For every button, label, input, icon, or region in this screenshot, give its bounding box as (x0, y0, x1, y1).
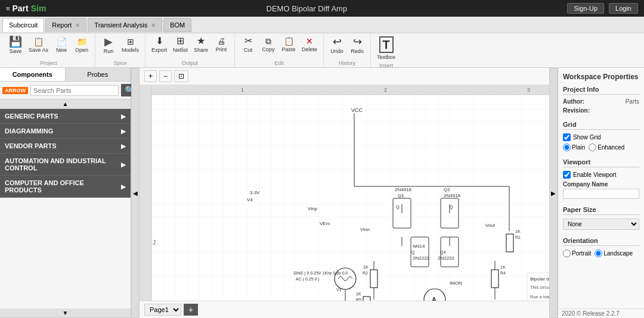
delete-icon: ✕ (306, 37, 313, 45)
svg-text:2N4918: 2N4918 (444, 193, 461, 198)
paper-size-section: Paper Size None A4 A3 Letter (563, 206, 639, 230)
textbox-button[interactable]: T Textbox (374, 35, 398, 61)
category-generic[interactable]: GENERIC PARTS ▶ (0, 109, 131, 124)
company-name-input[interactable] (563, 189, 639, 199)
portrait-radio[interactable] (563, 250, 571, 257)
delete-label: Delete (302, 46, 317, 52)
author-row: Author: Parts (563, 98, 639, 105)
app-logo: ≡ PartSim (6, 4, 46, 13)
landscape-radio-row: Landscape (595, 250, 633, 257)
paste-button[interactable]: 📋 Paste (279, 36, 298, 54)
svg-text:2: 2 (384, 87, 387, 93)
svg-text:Q1: Q1 (398, 193, 404, 198)
category-automation[interactable]: AUTOMATION AND INDUSTRIAL CONTROL ▶ (0, 154, 131, 176)
toolbar-group-output: ⬇ Export ⊞ Netlist ★ Share 🖨 Print Outpu… (145, 34, 235, 67)
show-grid-checkbox[interactable] (563, 133, 571, 141)
share-button[interactable]: ★ Share (191, 35, 210, 54)
zoom-fit-button[interactable]: ⊡ (174, 70, 188, 82)
author-label: Author: (563, 98, 584, 105)
export-button[interactable]: ⬇ Export (149, 35, 169, 54)
history-buttons: ↩ Undo ↪ Redo (327, 35, 367, 55)
collapse-left-panel[interactable]: ◀ (131, 68, 140, 318)
save-as-label: Save As (29, 47, 48, 53)
logo-part: Part (12, 4, 28, 13)
paper-size-select[interactable]: None A4 A3 Letter (563, 219, 639, 230)
zoom-out-button[interactable]: − (159, 70, 172, 82)
toolbar-group-spice: ▶ Run ⊞ Models Spice (95, 34, 145, 67)
category-computer[interactable]: COMPUTER AND OFFICE PRODUCTS ▶ (0, 176, 131, 198)
copy-button[interactable]: ⧉ Copy (259, 36, 278, 54)
save-as-button[interactable]: 📋 Save As (26, 36, 51, 54)
tab-probes[interactable]: Probes (66, 68, 131, 81)
search-input[interactable] (30, 85, 119, 96)
run-button[interactable]: ▶ Run (99, 35, 118, 55)
page-dropdown[interactable]: Page1 (144, 304, 181, 316)
close-report-tab[interactable]: ✕ (75, 22, 80, 29)
category-diagramming[interactable]: DIAGRAMMING ▶ (0, 124, 131, 139)
models-button[interactable]: ⊞ Models (119, 36, 141, 54)
enhanced-radio-row: Enhanced (589, 144, 624, 151)
logo-icon: ≡ (6, 5, 10, 12)
schematic-svg: 1 2 3 VCC V4 3.3V Vinp VEm Vinn (140, 85, 549, 301)
login-button[interactable]: Login (609, 3, 638, 14)
cut-icon: ✂ (244, 36, 252, 46)
undo-label: Undo (330, 48, 343, 54)
tab-bar: Subcircuit Report ✕ Transient Analysis ✕… (0, 17, 644, 33)
svg-text:IMON: IMON (450, 280, 462, 286)
toolbar-group-edit: ✂ Cut ⧉ Copy 📋 Paste ✕ Delete Edit (235, 34, 324, 67)
netlist-button[interactable]: ⊞ Netlist (171, 35, 190, 54)
enhanced-radio[interactable] (589, 144, 596, 151)
enable-viewport-checkbox[interactable] (563, 171, 571, 179)
tab-components[interactable]: Components (0, 68, 66, 81)
svg-text:R1: R1 (515, 235, 521, 239)
svg-text:2N2222: 2N2222 (413, 255, 430, 261)
chevron-right-icon: ▶ (121, 128, 126, 135)
new-button[interactable]: 📄 New (52, 36, 71, 54)
copy-label: Copy (262, 46, 275, 52)
topbar-actions: Sign-Up Login (567, 3, 638, 14)
schematic-canvas[interactable]: 1 2 3 VCC V4 3.3V Vinp VEm Vinn (140, 85, 549, 301)
cut-button[interactable]: ✂ Cut (239, 35, 258, 54)
plain-radio-row: Plain (563, 144, 585, 151)
export-icon: ⬇ (156, 36, 163, 46)
run-icon: ▶ (104, 36, 113, 47)
scroll-up-button[interactable]: ▲ (0, 99, 131, 109)
redo-button[interactable]: ↪ Redo (348, 35, 367, 55)
svg-text:This circuit amplifies the dif: This circuit amplifies the differential … (530, 285, 549, 290)
page-selector: Page1 + (144, 304, 198, 316)
scroll-down-button[interactable]: ▼ (0, 308, 131, 318)
chevron-right-icon: ▶ (121, 161, 126, 168)
tab-transient[interactable]: Transient Analysis ✕ (88, 18, 162, 32)
close-transient-tab[interactable]: ✕ (151, 22, 156, 29)
netlist-label: Netlist (173, 47, 188, 53)
landscape-radio[interactable] (595, 250, 602, 257)
svg-text:AC ( 0.25 0 ): AC ( 0.25 0 ) (296, 277, 320, 282)
output-buttons: ⬇ Export ⊞ Netlist ★ Share 🖨 Print (149, 35, 231, 54)
chevron-right-icon: ▶ (121, 183, 126, 190)
plain-radio[interactable] (563, 144, 571, 151)
new-icon: 📄 (57, 38, 67, 46)
tab-bom[interactable]: BOM (163, 18, 191, 32)
print-button[interactable]: 🖨 Print (212, 36, 231, 54)
undo-button[interactable]: ↩ Undo (327, 35, 346, 55)
revision-label: Revision: (563, 107, 590, 114)
add-page-button[interactable]: + (184, 304, 198, 316)
collapse-right-panel[interactable]: ▶ (549, 68, 558, 318)
save-button[interactable]: 💾 Save (6, 35, 25, 55)
copy-icon: ⧉ (265, 37, 271, 45)
svg-rect-0 (140, 85, 549, 301)
main-toolbar: 💾 Save 📋 Save As 📄 New 📁 Open Project ▶ … (0, 33, 644, 68)
svg-text:R2: R2 (363, 271, 368, 275)
open-button[interactable]: 📁 Open (72, 36, 91, 54)
tab-subcircuit[interactable]: Subcircuit (2, 18, 44, 32)
svg-text:Q: Q (450, 204, 453, 210)
signup-button[interactable]: Sign-Up (567, 3, 604, 14)
paste-icon: 📋 (284, 37, 294, 45)
zoom-in-button[interactable]: + (144, 70, 157, 82)
delete-button[interactable]: ✕ Delete (299, 36, 320, 54)
tab-report[interactable]: Report ✕ (45, 18, 86, 32)
canvas-area: + − ⊡ 1 2 3 (140, 68, 549, 318)
category-vendor[interactable]: VENDOR PARTS ▶ (0, 139, 131, 154)
models-icon: ⊞ (127, 38, 134, 46)
svg-text:Q: Q (411, 250, 415, 255)
